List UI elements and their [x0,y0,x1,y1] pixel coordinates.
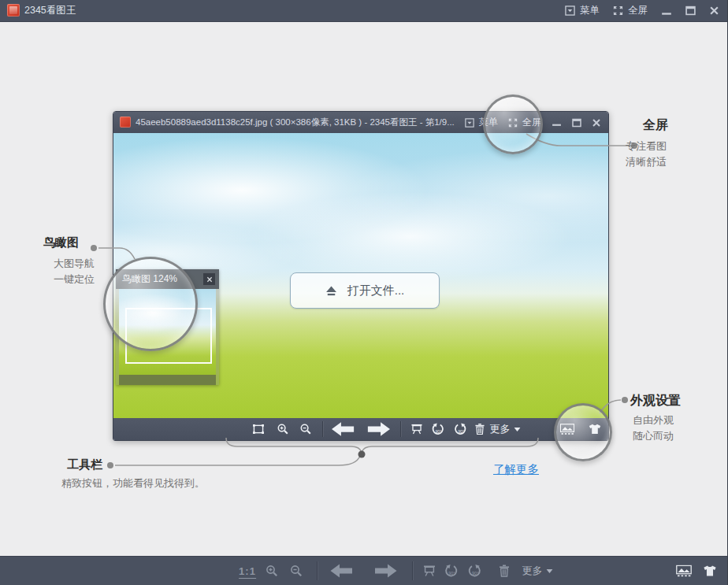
rotate-left-button[interactable] [432,423,445,435]
minimize-button[interactable] [661,6,672,17]
annotation-appearance-line2: 随心而动 [633,428,681,444]
menu-icon [565,6,575,16]
window-titlebar: 2345看图王 菜单 全屏 [0,0,727,22]
annotation-birdseye-line1: 大图导航 [54,256,95,272]
fullscreen-button[interactable]: 全屏 [613,4,648,17]
magnifier-circle-birdseye [103,257,198,351]
annotation-fullscreen: 全屏 专注看图 清晰舒适 [643,117,668,170]
fullscreen-button-label: 全屏 [628,4,648,17]
slideshow-button[interactable] [423,565,436,577]
caret-down-icon [514,428,521,431]
delete-button[interactable] [475,424,485,435]
birdseye-close-button[interactable] [203,273,215,285]
more-button[interactable]: 更多 [490,422,521,436]
window-title: 2345看图王 [24,0,76,21]
magnifier-circle-fullscreen [483,94,543,154]
slideshow-button[interactable] [411,424,423,435]
maximize-icon [685,6,696,16]
more-button[interactable]: 更多 [522,564,553,578]
more-label: 更多 [490,422,511,436]
next-image-button[interactable] [368,422,391,437]
close-icon [592,118,601,128]
annotation-toolbar-desc: 精致按钮，功能看得见找得到。 [61,476,205,491]
app-logo-icon [7,4,20,17]
toolbar-separator [317,561,318,580]
annotation-birdseye-line2: 一键定位 [54,272,95,287]
rotate-right-button[interactable] [467,565,481,578]
annotation-toolbar: 工具栏 精致按钮，功能看得见找得到。 [67,457,205,491]
demo-maximize-button[interactable] [572,118,581,128]
demo-close-button[interactable] [592,118,601,128]
annotation-birdseye: 鸟瞰图 大图导航 一键定位 [43,235,95,287]
maximize-icon [572,118,581,128]
minimize-icon [661,6,672,17]
menu-button-label: 菜单 [580,4,600,17]
fullscreen-icon [613,6,623,16]
minimize-icon [552,117,562,128]
main-area: 45aeeb50889aed3d1138c25f.jpg ( 300×386像素… [0,21,727,557]
menu-button[interactable]: 菜单 [565,4,600,17]
more-label: 更多 [522,564,543,578]
toolbar-separator [322,421,323,437]
actual-size-button[interactable]: 1:1 [239,564,256,578]
browse-thumbnails-button[interactable] [676,565,692,577]
delete-button[interactable] [499,565,510,577]
zoom-out-button[interactable] [300,424,312,435]
toolbar-separator [412,561,413,580]
annotation-fullscreen-title: 全屏 [643,117,668,134]
annotation-appearance-title: 外观设置 [630,393,681,409]
close-icon [709,6,719,16]
open-file-label: 打开文件... [347,283,405,298]
annotation-appearance: 外观设置 自由外观 随心而动 [630,393,681,444]
previous-image-button[interactable] [332,422,355,437]
annotation-fullscreen-line2: 清晰舒适 [626,154,668,170]
open-file-button[interactable]: 打开文件... [290,272,440,309]
demo-app-logo-icon [120,117,131,128]
previous-image-button[interactable] [330,564,352,578]
eject-icon [325,286,337,296]
close-icon [206,276,213,283]
close-button[interactable] [709,6,719,16]
skin-settings-button[interactable] [704,565,717,577]
annotation-toolbar-title: 工具栏 [67,457,205,472]
caret-down-icon [547,569,553,573]
maximize-button[interactable] [685,6,696,16]
annotation-birdseye-title: 鸟瞰图 [43,235,95,250]
zoom-in-button[interactable] [266,565,278,577]
bottom-toolbar: 1:1 更多 [0,556,727,585]
rotate-right-button[interactable] [454,423,467,435]
demo-window-title: 45aeeb50889aed3d1138c25f.jpg ( 300×386像素… [136,112,455,133]
annotation-appearance-line1: 自由外观 [633,413,681,428]
fit-to-window-button[interactable] [252,424,266,435]
learn-more-link[interactable]: 了解更多 [493,462,539,477]
app-window: 90° 90° 2345看图王 [0,0,728,585]
rotate-left-button[interactable] [444,565,459,578]
actual-size-label: 1:1 [239,565,256,579]
birdseye-footer [119,375,216,385]
toolbar-separator [400,421,401,437]
demo-minimize-button[interactable] [552,117,562,128]
annotation-fullscreen-line1: 专注看图 [626,139,668,154]
menu-icon [465,118,474,128]
demo-toolbar: 更多 [113,418,608,440]
magnifier-circle-appearance [554,403,612,461]
next-image-button[interactable] [375,564,397,578]
zoom-out-button[interactable] [290,565,303,577]
zoom-in-button[interactable] [277,424,289,435]
